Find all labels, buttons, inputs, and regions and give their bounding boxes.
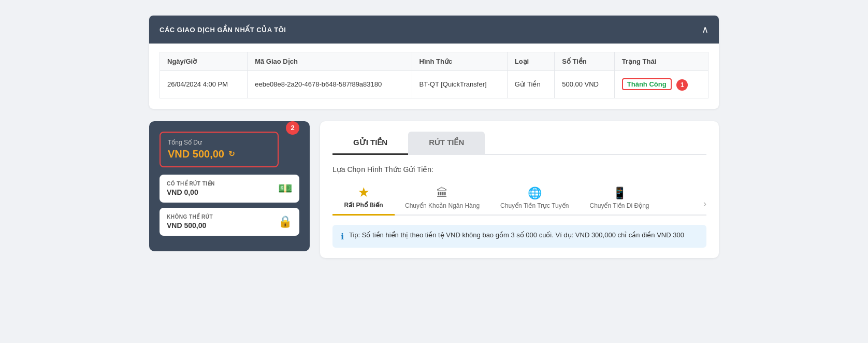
table-row: 26/04/2024 4:00 PM eebe08e8-2a20-4678-b6…	[160, 71, 708, 98]
withdrawable-row: CÓ THỂ RÚT TIỀN VND 0,00 💵	[160, 175, 299, 203]
balance-card: Tổng Số Dư VND 500,00 ↻ 2 CÓ THỂ RÚT TIỀ…	[149, 121, 310, 251]
bottom-section: Tổng Số Dư VND 500,00 ↻ 2 CÓ THỂ RÚT TIỀ…	[149, 121, 719, 258]
cell-amount: 500,00 VND	[555, 71, 615, 98]
col-method: Hình Thức	[412, 52, 507, 71]
withdrawable-label: CÓ THỂ RÚT TIỀN	[167, 181, 215, 187]
withdrawable-amount: VND 0,00	[167, 188, 215, 196]
mobile-icon: 📱	[613, 187, 627, 200]
cell-status: Thành Công 1	[614, 71, 708, 98]
globe-icon: 🌐	[528, 187, 542, 200]
non-withdrawable-label: KHÔNG THỂ RÚT	[167, 214, 213, 220]
col-type: Loại	[507, 52, 554, 71]
status-badge-number: 1	[676, 79, 688, 91]
withdrawable-left: CÓ THỂ RÚT TIỀN VND 0,00	[167, 181, 215, 196]
method-tab-mobile-label: Chuyển Tiền Di Động	[589, 202, 649, 209]
method-tabs: ★ Rất Phổ Biến 🏛 Chuyển Khoản Ngân Hàng …	[332, 182, 706, 216]
next-arrow[interactable]: ›	[703, 198, 706, 215]
col-code: Mã Giao Dịch	[248, 52, 412, 71]
collapse-icon[interactable]: ∧	[702, 24, 708, 35]
tab-gui-tien[interactable]: GỬI TIỀN	[332, 132, 408, 155]
tab-rut-tien[interactable]: RÚT TIỀN	[408, 132, 485, 155]
transactions-section: CÁC GIAO DỊCH GẦN NHẤT CỦA TÔI ∧ Ngày/Gi…	[149, 16, 719, 109]
method-tab-bank-transfer[interactable]: 🏛 Chuyển Khoản Ngân Hàng	[395, 182, 490, 215]
info-icon: ℹ	[341, 232, 344, 241]
non-withdrawable-row: KHÔNG THỂ RÚT VND 500,00 🔒	[160, 208, 299, 236]
col-status: Trạng Thái	[614, 52, 708, 71]
col-amount: Số Tiền	[555, 52, 615, 71]
cell-date: 26/04/2024 4:00 PM	[160, 71, 248, 98]
transactions-header: CÁC GIAO DỊCH GẦN NHẤT CỦA TÔI ∧	[149, 16, 719, 44]
balance-main: Tổng Số Dư VND 500,00 ↻	[160, 132, 279, 167]
transactions-table: Ngày/Giờ Mã Giao Dịch Hình Thức Loại Số …	[160, 52, 708, 98]
method-tab-online-label: Chuyển Tiền Trực Tuyến	[500, 202, 569, 209]
withdrawable-icon: 💵	[278, 182, 292, 195]
transactions-table-wrapper: Ngày/Giờ Mã Giao Dịch Hình Thức Loại Số …	[149, 44, 719, 109]
cell-code: eebe08e8-2a20-4678-b648-587f89a83180	[248, 71, 412, 98]
balance-badge-number: 2	[286, 121, 299, 135]
method-tab-online[interactable]: 🌐 Chuyển Tiền Trực Tuyến	[490, 182, 579, 215]
main-container: CÁC GIAO DỊCH GẦN NHẤT CỦA TÔI ∧ Ngày/Gi…	[149, 16, 719, 258]
cell-method: BT-QT [QuickTransfer]	[412, 71, 507, 98]
transfer-tabs: GỬI TIỀN RÚT TIỀN	[332, 132, 706, 155]
non-withdrawable-icon: 🔒	[278, 215, 292, 228]
col-date: Ngày/Giờ	[160, 52, 248, 71]
method-section-label: Lựa Chọn Hình Thức Gửi Tiền:	[332, 165, 706, 174]
transactions-header-title: CÁC GIAO DỊCH GẦN NHẤT CỦA TÔI	[160, 26, 286, 34]
refresh-icon[interactable]: ↻	[228, 149, 235, 159]
cell-type: Gửi Tiền	[507, 71, 554, 98]
balance-label: Tổng Số Dư	[168, 139, 270, 146]
tip-text: Tip: Số tiền hiển thị theo tiền tệ VND k…	[349, 231, 684, 239]
method-tab-bank-label: Chuyển Khoản Ngân Hàng	[405, 202, 480, 209]
non-withdrawable-left: KHÔNG THỂ RÚT VND 500,00	[167, 214, 213, 230]
balance-amount: VND 500,00 ↻	[168, 148, 270, 160]
status-badge: Thành Công	[622, 78, 672, 90]
method-tab-mobile[interactable]: 📱 Chuyển Tiền Di Động	[579, 182, 659, 215]
balance-amount-value: VND 500,00	[168, 148, 224, 160]
star-icon: ★	[358, 186, 369, 199]
tip-box: ℹ Tip: Số tiền hiển thị theo tiền tệ VND…	[332, 225, 706, 248]
transfer-section: GỬI TIỀN RÚT TIỀN Lựa Chọn Hình Thức Gửi…	[320, 121, 719, 258]
non-withdrawable-amount: VND 500,00	[167, 221, 213, 230]
method-tab-popular[interactable]: ★ Rất Phổ Biến	[332, 182, 395, 216]
bank-icon: 🏛	[437, 187, 448, 200]
method-tab-popular-label: Rất Phổ Biến	[344, 202, 383, 209]
